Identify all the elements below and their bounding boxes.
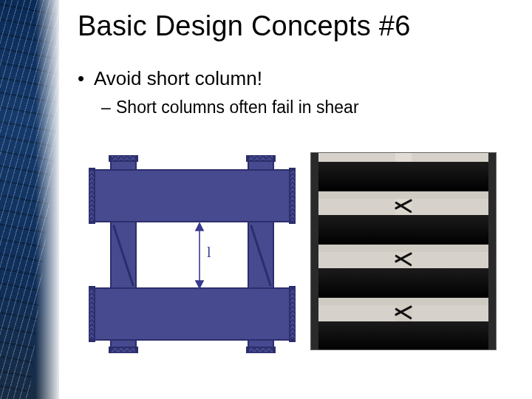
bullet-level-2: Short columns often fail in shear (116, 98, 517, 117)
dimension-label-l: l (207, 244, 211, 261)
figure-row: l (89, 155, 502, 362)
shear-crack-icon (389, 199, 418, 215)
svg-rect-10 (89, 287, 95, 341)
svg-rect-11 (290, 287, 296, 341)
slide-title: Basic Design Concepts #6 (78, 10, 517, 42)
short-column-failure-photo (310, 152, 497, 350)
svg-rect-6 (109, 347, 137, 353)
svg-rect-8 (89, 168, 95, 223)
bullet-list: Avoid short column! Short columns often … (94, 67, 517, 117)
shear-crack-icon (389, 305, 418, 321)
photo-slab (318, 321, 488, 350)
diagram-svg (89, 155, 296, 353)
svg-rect-3 (89, 288, 296, 340)
photo-slab-edge (318, 298, 488, 305)
svg-marker-15 (196, 223, 203, 231)
shear-crack-icon (389, 252, 418, 268)
photo-shadow (311, 153, 318, 349)
svg-rect-2 (89, 170, 296, 222)
sidebar-building-image (0, 0, 59, 399)
photo-slab (318, 215, 488, 245)
photo-slab (318, 268, 488, 298)
photo-slab (318, 162, 488, 191)
svg-rect-7 (247, 347, 275, 353)
slide: Basic Design Concepts #6 Avoid short col… (0, 0, 532, 399)
content-area: Basic Design Concepts #6 Avoid short col… (70, 10, 517, 117)
svg-rect-4 (109, 155, 137, 161)
short-column-diagram: l (89, 155, 296, 353)
photo-slab-edge (318, 245, 488, 252)
svg-rect-5 (247, 155, 275, 161)
photo-shadow (488, 153, 496, 349)
photo-slab-edge (318, 191, 488, 199)
svg-marker-16 (196, 281, 203, 288)
svg-rect-9 (290, 168, 296, 223)
bullet-level-1: Avoid short column! (94, 67, 517, 90)
